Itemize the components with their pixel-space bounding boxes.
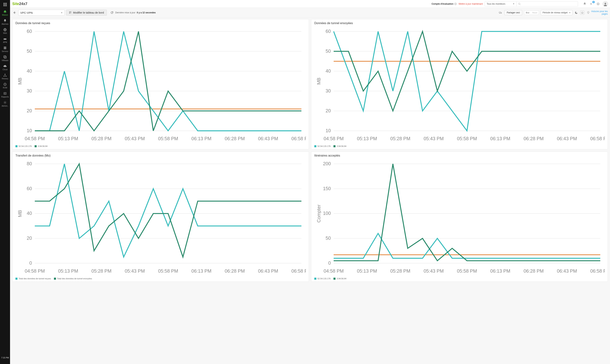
help-icon[interactable]: ? xyxy=(596,2,600,6)
svg-point-31 xyxy=(499,13,500,13)
chart-card-tunnel-received: Données de tunnel reçues 102030405060MB0… xyxy=(12,19,309,149)
svg-text:30: 30 xyxy=(27,88,32,93)
report-icon xyxy=(3,91,7,95)
chart-legend: 52.54.115.176 3.94.56.84 xyxy=(15,144,306,148)
info-icon[interactable]: i xyxy=(454,3,457,5)
legend-swatch xyxy=(15,145,17,147)
sidebar-item-label: Cloud xyxy=(3,68,7,71)
svg-rect-3 xyxy=(3,4,4,5)
notifications-bell-icon[interactable] xyxy=(582,2,587,6)
announcements-icon[interactable]: 8 xyxy=(589,2,594,6)
svg-text:06:43 PM: 06:43 PM xyxy=(557,268,577,273)
sidebar-clock: 7:15 PM xyxy=(1,354,9,364)
svg-text:05:58 PM: 05:58 PM xyxy=(457,268,477,273)
network-icon xyxy=(3,73,7,77)
chart-legend: 52.54.115.176 3.94.56.84 xyxy=(314,144,605,148)
svg-text:06:58 PM: 06:58 PM xyxy=(590,136,605,141)
sidebar-item-apm[interactable]: APM xyxy=(0,36,10,45)
svg-point-32 xyxy=(501,13,501,13)
svg-text:40: 40 xyxy=(27,211,32,216)
svg-rect-30 xyxy=(499,12,501,13)
svg-text:05:58 PM: 05:58 PM xyxy=(457,136,477,141)
svg-rect-27 xyxy=(69,12,70,12)
sidebar-item-admin[interactable]: Admini.. xyxy=(0,99,10,108)
svg-text:200: 200 xyxy=(323,161,331,166)
upgrade-link[interactable]: Mettre à jour maintenant xyxy=(459,3,483,5)
dashboard-title-select[interactable]: VPC-VPN ▼ xyxy=(18,10,65,16)
segment-raw[interactable]: Brut xyxy=(524,11,531,15)
sidebar-item-vmware[interactable]: VMware xyxy=(0,54,10,63)
svg-text:04:58 PM: 04:58 PM xyxy=(25,268,45,273)
dashboard-toolbar: VPC-VPN ▼ Modifier le tableau de bord De… xyxy=(10,8,610,18)
monitor-select[interactable]: Tous les moniteurs ▼ xyxy=(485,1,517,6)
sidebar-item-label: Admini.. xyxy=(2,105,8,107)
grid-plus-icon xyxy=(69,11,72,14)
segment-hour[interactable]: Heure xyxy=(531,11,539,15)
svg-text:06:13 PM: 06:13 PM xyxy=(191,136,211,141)
user-avatar[interactable] xyxy=(603,1,608,7)
sidebar-item-cloud[interactable]: Cloud xyxy=(0,63,10,72)
sidebar-item-serveur[interactable]: Serveur xyxy=(0,45,10,54)
sidebar-item-alarmes[interactable]: Alarmes xyxy=(0,17,10,26)
search-input[interactable] xyxy=(522,3,576,5)
svg-rect-7 xyxy=(5,5,5,6)
chart-legend: 52.54.115.176 3.94.56.84 xyxy=(314,276,605,280)
svg-rect-8 xyxy=(6,5,7,6)
svg-text:?: ? xyxy=(597,3,599,5)
svg-text:06:43 PM: 06:43 PM xyxy=(258,268,278,273)
svg-text:MB: MB xyxy=(17,210,23,217)
svg-text:06:28 PM: 06:28 PM xyxy=(524,136,544,141)
sidebar-item-rum[interactable]: RUM xyxy=(0,81,10,90)
lightbulb-icon xyxy=(586,11,590,15)
top-bar: Site24x7 Compte d'évaluation i Mettre à … xyxy=(10,0,610,8)
sidebar-item-label: VMware xyxy=(2,59,9,62)
svg-text:06:13 PM: 06:13 PM xyxy=(191,268,211,273)
sidebar-item-reseau[interactable]: Réseau xyxy=(0,72,10,81)
view-mode-toggle: Brut Heure xyxy=(524,10,539,15)
svg-text:05:43 PM: 05:43 PM xyxy=(125,136,145,141)
svg-text:06:28 PM: 06:28 PM xyxy=(225,268,245,273)
brand-logo[interactable]: Site24x7 xyxy=(12,2,27,6)
apps-menu-button[interactable] xyxy=(3,1,7,8)
svg-rect-29 xyxy=(70,12,71,12)
svg-text:0: 0 xyxy=(29,260,32,266)
server-icon xyxy=(3,46,7,50)
svg-rect-16 xyxy=(4,56,6,58)
svg-text:MB: MB xyxy=(316,78,321,85)
svg-text:05:13 PM: 05:13 PM xyxy=(357,268,377,273)
modify-dashboard-button[interactable]: Modifier le tableau de bord xyxy=(66,10,107,16)
sidebar-item-maison[interactable]: Maison xyxy=(0,8,10,17)
dark-mode-icon[interactable] xyxy=(574,11,578,15)
set-home-icon[interactable] xyxy=(580,11,584,15)
gear-icon xyxy=(3,101,7,104)
global-search[interactable] xyxy=(517,1,578,6)
chart-svg: 102030405060MB04:58 PM05:13 PM05:28 PM05… xyxy=(15,27,306,144)
chevron-down-icon: ▼ xyxy=(513,3,514,5)
svg-point-22 xyxy=(5,102,6,103)
time-level-select[interactable]: Période de niveau widget ▼ xyxy=(541,10,572,15)
refresh-button[interactable] xyxy=(110,11,114,14)
svg-rect-1 xyxy=(5,3,5,4)
legend-swatch xyxy=(333,145,335,147)
chevron-down-icon: ▼ xyxy=(61,12,63,14)
card-title: Transfert de données (Mo) xyxy=(15,154,306,159)
back-button[interactable] xyxy=(12,10,17,15)
share-button[interactable]: Partager ceci xyxy=(504,10,522,15)
card-title: Itinéraires acceptés xyxy=(314,154,605,159)
notifications-badge: 8 xyxy=(592,1,595,3)
svg-text:Compter: Compter xyxy=(316,205,321,222)
sidebar-item-rapports[interactable]: Rapports xyxy=(0,90,10,99)
svg-text:100: 100 xyxy=(323,211,331,216)
svg-text:50: 50 xyxy=(326,49,331,54)
svg-text:05:28 PM: 05:28 PM xyxy=(91,136,111,141)
svg-text:0: 0 xyxy=(328,260,331,266)
page-tips-link[interactable]: Astuces pour les pages xyxy=(591,10,608,15)
svg-text:05:43 PM: 05:43 PM xyxy=(424,268,444,273)
sidebar-item-label: Maison xyxy=(2,14,8,16)
chart-card-data-transfer: Transfert de données (Mo) 020406080MB04:… xyxy=(12,152,309,282)
sidebar-item-web[interactable]: Web xyxy=(0,26,10,36)
legend-swatch xyxy=(333,278,335,280)
chart-card-routes-accepted: Itinéraires acceptés 050100150200Compter… xyxy=(311,152,608,282)
svg-rect-0 xyxy=(3,3,4,4)
delivery-icon[interactable] xyxy=(499,11,502,15)
